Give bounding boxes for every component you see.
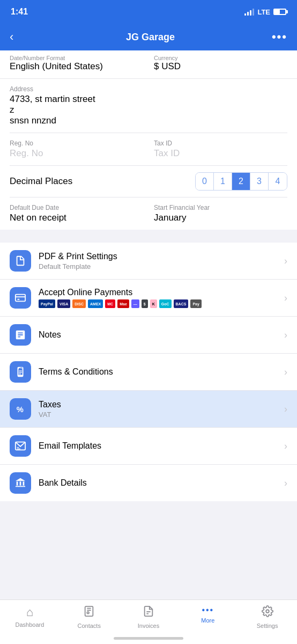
tab-contacts-label: Contacts bbox=[77, 623, 100, 629]
more-button[interactable]: ••• bbox=[272, 30, 287, 44]
tab-dashboard-label: Dashboard bbox=[15, 621, 44, 628]
bank-details-text: Bank Details bbox=[39, 478, 280, 488]
decimal-picker[interactable]: 0 1 2 3 4 bbox=[195, 172, 287, 191]
decimal-label: Decimal Places bbox=[10, 176, 72, 187]
pdf-print-title: PDF & Print Settings bbox=[39, 252, 280, 261]
taxes-subtitle: VAT bbox=[39, 411, 280, 419]
settings-item-email-templates[interactable]: Email Templates › bbox=[0, 428, 297, 465]
pdf-print-subtitle: Default Template bbox=[39, 262, 280, 270]
decimal-places-row: Decimal Places 0 1 2 3 4 bbox=[10, 166, 287, 197]
online-payments-text: Accept Online Payments PayPal VISA DISC … bbox=[39, 288, 280, 308]
clipboard-icon bbox=[10, 361, 31, 383]
maestro-logo: Mae bbox=[117, 299, 129, 308]
tab-invoices[interactable]: Invoices bbox=[119, 605, 179, 629]
payment-logos: PayPal VISA DISC AMEX MC Mae — $ K GoC B… bbox=[39, 299, 280, 308]
chevron-right-icon: › bbox=[284, 367, 287, 378]
home-icon: ⌂ bbox=[26, 605, 33, 619]
tab-dashboard[interactable]: ⌂ Dashboard bbox=[0, 605, 60, 628]
decimal-option-2[interactable]: 2 bbox=[232, 173, 250, 190]
gocardless-logo: GoC bbox=[159, 299, 172, 308]
settings-item-online-payments[interactable]: Accept Online Payments PayPal VISA DISC … bbox=[0, 280, 297, 317]
svg-marker-10 bbox=[16, 478, 25, 481]
tab-more-label: More bbox=[201, 617, 214, 624]
tab-more[interactable]: ••• More bbox=[178, 605, 237, 624]
svg-rect-0 bbox=[16, 295, 25, 302]
taxes-text: Taxes VAT bbox=[39, 400, 280, 419]
svg-rect-12 bbox=[20, 481, 21, 485]
status-time: 1:41 bbox=[11, 7, 28, 17]
currency-value: $ USD bbox=[154, 61, 287, 72]
contacts-icon bbox=[83, 605, 95, 620]
invoices-icon bbox=[143, 605, 154, 620]
square-logo: $ bbox=[142, 299, 148, 308]
online-payments-title: Accept Online Payments bbox=[39, 288, 280, 297]
financial-year-field[interactable]: Start Financial Year January bbox=[154, 204, 287, 223]
notes-text: Notes bbox=[39, 330, 280, 340]
svg-rect-14 bbox=[16, 486, 25, 487]
svg-rect-11 bbox=[17, 481, 18, 485]
svg-point-21 bbox=[266, 610, 269, 613]
tax-id-field[interactable]: Tax ID Tax ID bbox=[154, 140, 287, 159]
tab-invoices-label: Invoices bbox=[138, 623, 159, 629]
settings-item-notes[interactable]: Notes › bbox=[0, 317, 297, 354]
date-format-label: Date/Number Format bbox=[10, 55, 143, 61]
partial-header-row: Date/Number Format English (United State… bbox=[0, 50, 297, 79]
tab-settings-label: Settings bbox=[257, 623, 278, 629]
email-templates-title: Email Templates bbox=[39, 441, 280, 451]
more-tab-icon: ••• bbox=[202, 605, 214, 615]
note-icon bbox=[10, 324, 31, 346]
document-icon bbox=[10, 250, 31, 272]
decimal-option-3[interactable]: 3 bbox=[250, 173, 269, 190]
decimal-option-4[interactable]: 4 bbox=[269, 173, 287, 190]
decimal-option-1[interactable]: 1 bbox=[214, 173, 232, 190]
locale-value: English (United States) bbox=[10, 61, 143, 72]
settings-item-bank-details[interactable]: Bank Details › bbox=[0, 465, 297, 501]
address-row: Address 4733, st martin street z snsn nn… bbox=[10, 79, 287, 133]
section-separator bbox=[0, 230, 297, 243]
battery-icon bbox=[273, 9, 286, 15]
tab-settings[interactable]: Settings bbox=[237, 605, 297, 629]
tax-id-label: Tax ID bbox=[154, 140, 287, 147]
reg-no-field[interactable]: Reg. No Reg. No bbox=[10, 140, 143, 159]
svg-rect-2 bbox=[18, 299, 20, 300]
taxes-title: Taxes bbox=[39, 400, 280, 409]
chevron-right-icon: › bbox=[284, 255, 287, 267]
stripe-logo: — bbox=[131, 299, 139, 308]
settings-item-terms[interactable]: Terms & Conditions › bbox=[0, 354, 297, 391]
chevron-right-icon: › bbox=[284, 292, 287, 304]
chevron-right-icon: › bbox=[284, 441, 287, 452]
notes-title: Notes bbox=[39, 330, 280, 340]
paypal-logo: PayPal bbox=[39, 299, 55, 308]
address-label: Address bbox=[10, 85, 287, 93]
discover-logo: DISC bbox=[72, 299, 86, 308]
settings-item-taxes[interactable]: % Taxes VAT › bbox=[0, 391, 297, 428]
klarna-logo: K bbox=[150, 299, 157, 308]
card-icon bbox=[10, 287, 31, 309]
chevron-right-icon: › bbox=[284, 404, 287, 415]
back-button[interactable]: ‹ bbox=[10, 30, 29, 44]
due-date-label: Default Due Date bbox=[10, 204, 143, 211]
email-templates-text: Email Templates bbox=[39, 441, 280, 451]
settings-icon bbox=[262, 605, 273, 620]
mastercard-logo: MC bbox=[105, 299, 115, 308]
settings-item-pdf-print[interactable]: PDF & Print Settings Default Template › bbox=[0, 243, 297, 280]
chevron-right-icon: › bbox=[284, 330, 287, 341]
reg-no-label: Reg. No bbox=[10, 140, 143, 147]
reg-tax-row: Reg. No Reg. No Tax ID Tax ID bbox=[10, 133, 287, 166]
svg-point-18 bbox=[87, 612, 90, 614]
due-date-row: Default Due Date Net on receipt Start Fi… bbox=[10, 197, 287, 230]
email-icon bbox=[10, 435, 31, 457]
financial-year-label: Start Financial Year bbox=[154, 204, 287, 211]
status-bar: 1:41 LTE bbox=[0, 0, 297, 24]
financial-year-value: January bbox=[154, 213, 287, 223]
lte-label: LTE bbox=[257, 8, 270, 16]
tab-contacts[interactable]: Contacts bbox=[60, 605, 119, 629]
bank-ref-logo: Pay bbox=[190, 299, 201, 308]
default-due-date-field[interactable]: Default Due Date Net on receipt bbox=[10, 204, 143, 223]
bank-icon bbox=[10, 472, 31, 494]
status-icons: LTE bbox=[244, 8, 286, 16]
reg-no-placeholder: Reg. No bbox=[10, 148, 143, 159]
address-line3: snsn nnznd bbox=[10, 115, 287, 126]
amex-logo: AMEX bbox=[88, 299, 103, 308]
decimal-option-0[interactable]: 0 bbox=[196, 173, 214, 190]
